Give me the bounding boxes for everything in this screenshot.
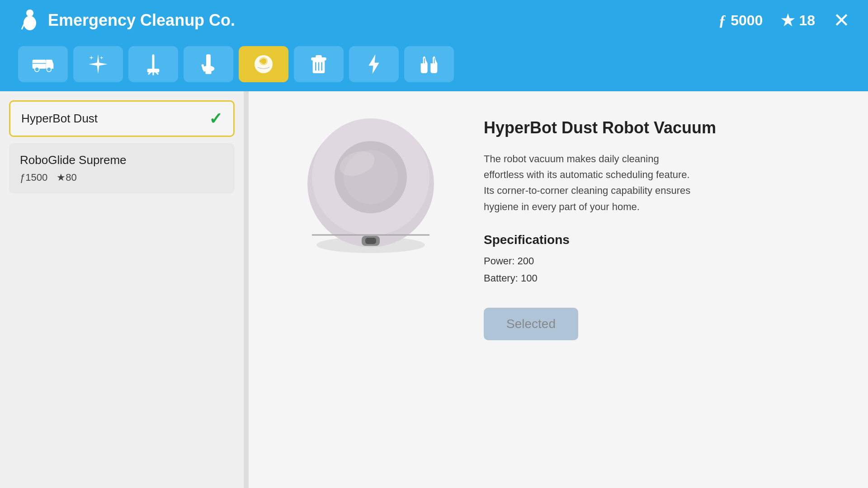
spec-battery: Battery: 100 <box>484 272 832 284</box>
main-content: HyperBot Dust ✓ RoboGlide Supreme ƒ1500 … <box>0 91 868 488</box>
item-name-roboglide: RoboGlide Supreme <box>20 153 224 167</box>
sparkle-icon <box>87 53 109 75</box>
logo-icon <box>18 9 42 32</box>
close-button[interactable]: ✕ <box>833 10 850 30</box>
roboglide-price: ƒ1500 <box>20 172 47 183</box>
svg-point-5 <box>35 67 39 72</box>
toolbar-gloves-button[interactable] <box>404 46 454 82</box>
selected-checkmark: ✓ <box>209 109 222 128</box>
svg-rect-37 <box>365 238 376 244</box>
svg-point-0 <box>26 9 33 17</box>
toolbar-trash-button[interactable] <box>294 46 344 82</box>
app-logo: Emergency Cleanup Co. <box>18 9 709 32</box>
app-title: Emergency Cleanup Co. <box>48 11 235 30</box>
product-title: HyperBot Dust Robot Vacuum <box>484 118 832 137</box>
roboglide-stars: ★80 <box>57 172 76 183</box>
product-image <box>298 114 443 258</box>
toolbar-delivery-button[interactable] <box>18 46 68 82</box>
upright-vacuum-icon <box>197 53 220 75</box>
toolbar <box>0 41 868 91</box>
svg-point-1 <box>24 16 36 30</box>
svg-rect-15 <box>205 71 211 74</box>
spec-power: Power: 200 <box>484 255 832 267</box>
toolbar-robot-vacuum-button[interactable] <box>239 46 288 82</box>
right-panel: HyperBot Dust Robot Vacuum The robot vac… <box>249 91 868 488</box>
currency-icon: ƒ <box>718 12 726 29</box>
toolbar-mop-button[interactable] <box>128 46 178 82</box>
specs-title: Specifications <box>484 233 832 247</box>
svg-rect-24 <box>316 55 321 58</box>
product-info: HyperBot Dust Robot Vacuum The robot vac… <box>484 114 832 340</box>
item-card-roboglide[interactable]: RoboGlide Supreme ƒ1500 ★80 <box>9 143 235 193</box>
currency-stat: ƒ 5000 <box>718 12 763 29</box>
selected-button[interactable]: Selected <box>484 308 578 340</box>
delivery-icon <box>32 53 54 75</box>
svg-point-6 <box>47 67 51 72</box>
toolbar-upright-vacuum-button[interactable] <box>184 46 233 82</box>
lightning-icon <box>363 53 385 75</box>
panel-divider <box>244 91 249 488</box>
product-detail: HyperBot Dust Robot Vacuum The robot vac… <box>285 114 832 340</box>
svg-rect-8 <box>152 54 155 69</box>
left-panel: HyperBot Dust ✓ RoboGlide Supreme ƒ1500 … <box>0 91 244 488</box>
trash-icon <box>307 53 330 75</box>
header: Emergency Cleanup Co. ƒ 5000 ★ 18 ✕ <box>0 0 868 41</box>
mop-icon <box>142 53 165 75</box>
toolbar-sparkle-button[interactable] <box>73 46 123 82</box>
item-name-hyperbot: HyperBot Dust <box>21 112 222 126</box>
robot-vacuum-active-icon <box>252 53 275 75</box>
star-stat: ★ 18 <box>781 11 815 29</box>
product-description: The robot vacuum makes daily cleaning ef… <box>484 151 701 215</box>
product-image-area <box>285 114 457 258</box>
toolbar-lightning-button[interactable] <box>349 46 399 82</box>
star-count: 18 <box>799 12 815 29</box>
star-icon: ★ <box>781 11 794 29</box>
roboglide-stats: ƒ1500 ★80 <box>20 172 224 183</box>
currency-amount: 5000 <box>731 12 763 29</box>
svg-marker-28 <box>368 54 379 74</box>
header-stats: ƒ 5000 ★ 18 ✕ <box>718 10 850 30</box>
svg-rect-3 <box>33 60 46 69</box>
gloves-icon <box>418 53 440 75</box>
item-card-hyperbot[interactable]: HyperBot Dust ✓ <box>9 100 235 137</box>
